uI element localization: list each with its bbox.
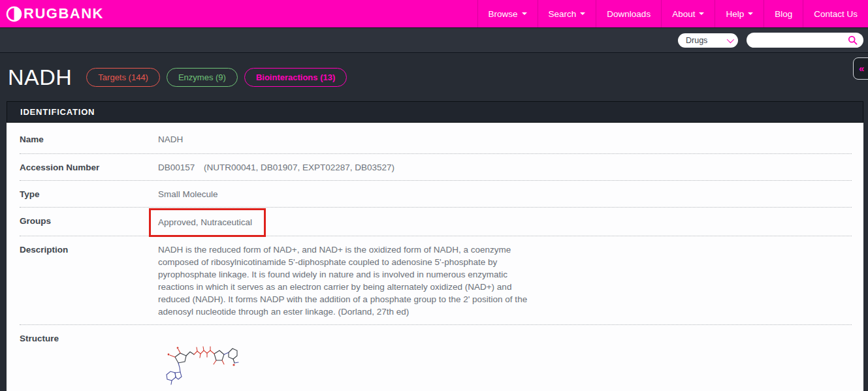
row-type-label: Type	[20, 188, 158, 200]
nav-item-browse[interactable]: Browse	[477, 0, 538, 27]
nav-item-blog[interactable]: Blog	[764, 0, 803, 27]
row-name-label: Name	[20, 133, 158, 146]
caret-down-icon	[748, 12, 753, 15]
nadh-structure-image[interactable]	[158, 343, 239, 388]
top-navbar: RUGBANK Browse Search Downloads About He…	[0, 0, 868, 28]
drug-header: NADH Targets (144) Enzymes (9) Biointera…	[0, 53, 868, 101]
drugbank-logo[interactable]: RUGBANK	[5, 5, 104, 23]
nav-item-search[interactable]: Search	[538, 0, 596, 27]
nav-item-contact-us[interactable]: Contact Us	[803, 0, 868, 27]
accession-primary: DB00157	[158, 163, 195, 172]
row-accession-label: Accession Number	[20, 161, 158, 174]
drug-badges: Targets (144) Enzymes (9) Biointeraction…	[86, 68, 347, 87]
identification-panel: Name NADH Accession Number DB00157 (NUTR…	[7, 123, 863, 391]
drugbank-page: RUGBANK Browse Search Downloads About He…	[0, 0, 868, 391]
row-description-value: NADH is the reduced form of NAD+, and NA…	[158, 243, 534, 318]
row-accession-number: Accession Number DB00157 (NUTR00041, DB0…	[20, 154, 852, 181]
search-category-value: Drugs	[686, 36, 707, 45]
search-icon[interactable]	[848, 35, 858, 45]
row-groups-value: Approved, Nutraceutical	[158, 217, 252, 227]
row-accession-value: DB00157 (NUTR00041, DB01907, EXPT02287, …	[158, 161, 394, 174]
nav-item-about[interactable]: About	[661, 0, 715, 27]
search-box	[747, 33, 863, 48]
targets-badge[interactable]: Targets (144)	[86, 68, 160, 87]
enzymes-badge[interactable]: Enzymes (9)	[167, 68, 238, 87]
red-annotation-box: Approved, Nutraceutical	[149, 208, 266, 237]
row-name: Name NADH	[20, 123, 852, 154]
accession-aliases: (NUTR00041, DB01907, EXPT02287, DB03527)	[204, 163, 394, 172]
caret-down-icon	[522, 12, 527, 15]
search-input[interactable]	[754, 33, 846, 46]
row-structure-label: Structure	[20, 332, 158, 388]
identification-section-header: IDENTIFICATION	[7, 101, 863, 123]
nav-item-help[interactable]: Help	[715, 0, 764, 27]
row-name-value: NADH	[158, 133, 183, 146]
drugbank-logo-text: RUGBANK	[24, 5, 104, 22]
drugbank-logo-icon	[5, 5, 23, 23]
page-title: NADH	[8, 65, 72, 90]
nav-item-downloads[interactable]: Downloads	[596, 0, 661, 27]
row-groups: Groups Approved, Nutraceutical	[20, 208, 852, 236]
search-category-select[interactable]: Drugs	[678, 33, 738, 48]
row-groups-label: Groups	[20, 215, 158, 229]
navbar-menu: Browse Search Downloads About Help Blog	[477, 0, 868, 27]
biointeractions-badge[interactable]: Biointeractions (13)	[244, 68, 347, 87]
chevron-down-icon	[727, 35, 734, 42]
row-description: Description NADH is the reduced form of …	[20, 236, 852, 325]
row-structure: Structure	[20, 325, 852, 391]
row-type: Type Small Molecule	[20, 181, 852, 208]
caret-down-icon	[580, 12, 585, 15]
caret-down-icon	[699, 12, 704, 15]
row-type-value: Small Molecule	[158, 188, 218, 200]
search-sub-bar: Drugs	[0, 28, 868, 53]
collapse-panel-button[interactable]: «	[853, 57, 868, 80]
row-description-label: Description	[20, 243, 158, 318]
